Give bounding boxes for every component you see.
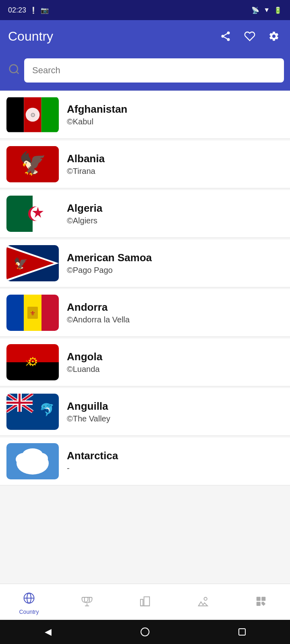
system-nav: ◀ xyxy=(0,620,290,644)
country-capital: ©The Valley xyxy=(67,414,284,423)
flag-afghanistan: ⚙ xyxy=(6,97,59,133)
flag-american-samoa: 🦅 xyxy=(6,245,59,281)
flag-algeria xyxy=(6,196,59,232)
share-button[interactable] xyxy=(218,28,234,44)
country-info: Albania ©Tirana xyxy=(67,153,284,176)
country-name: Albania xyxy=(67,153,284,165)
flag-albania: 🦅 xyxy=(6,146,59,182)
country-info: Antarctica - xyxy=(67,450,284,473)
country-info: American Samoa ©Pago Pago xyxy=(67,252,284,275)
notification-icon: ❕ xyxy=(29,6,37,14)
wifi-icon: ▼ xyxy=(263,6,270,14)
country-capital: ©Algiers xyxy=(67,216,284,225)
svg-rect-51 xyxy=(141,599,143,606)
country-name: Andorra xyxy=(67,301,284,314)
app-title: Country xyxy=(8,29,53,44)
flag-antarctica xyxy=(6,443,59,479)
system-home-button[interactable] xyxy=(141,627,149,636)
country-info: Andorra ©Andorra la Vella xyxy=(67,301,284,324)
svg-rect-41 xyxy=(6,402,33,404)
search-icon xyxy=(8,63,20,78)
buildings-icon xyxy=(139,595,151,610)
svg-point-5 xyxy=(10,65,18,73)
search-container xyxy=(0,52,290,91)
country-capital: ©Kabul xyxy=(67,117,284,126)
svg-point-0 xyxy=(227,31,230,34)
system-back-button[interactable]: ◀ xyxy=(45,627,52,637)
trophy-icon xyxy=(81,595,93,610)
country-capital: ©Tirana xyxy=(67,167,284,176)
list-item[interactable]: ⚙ ⚔ Angola ©Luanda xyxy=(0,339,290,386)
svg-rect-25 xyxy=(41,295,59,331)
nav-item-grid[interactable] xyxy=(232,584,290,620)
battery-icon: 🔋 xyxy=(274,6,282,14)
nav-item-buildings[interactable] xyxy=(116,584,174,620)
svg-text:⚙: ⚙ xyxy=(30,112,35,119)
svg-rect-9 xyxy=(41,97,59,132)
country-capital: - xyxy=(67,464,284,473)
list-item[interactable]: ⚜ Andorra ©Andorra la Vella xyxy=(0,289,290,337)
country-name: Afghanistan xyxy=(67,103,284,116)
nav-label-country: Country xyxy=(19,609,39,615)
country-info: Anguilla ©The Valley xyxy=(67,400,284,423)
svg-rect-59 xyxy=(257,597,261,601)
landscape-icon xyxy=(197,595,209,610)
status-left: 02:23 ❕ 📷 xyxy=(8,6,49,14)
search-input[interactable] xyxy=(24,58,284,83)
svg-rect-23 xyxy=(6,295,24,331)
camera-icon: 📷 xyxy=(41,6,49,14)
svg-text:⚜: ⚜ xyxy=(30,310,35,317)
nav-item-landscape[interactable] xyxy=(174,584,232,620)
country-capital: ©Andorra la Vella xyxy=(67,315,284,324)
country-list: ⚙ Afghanistan ©Kabul 🦅 Albania ©Tirana xyxy=(0,91,290,549)
country-name: Algeria xyxy=(67,202,284,215)
svg-line-6 xyxy=(17,72,19,74)
settings-button[interactable] xyxy=(266,28,282,44)
svg-point-58 xyxy=(204,597,207,601)
flag-andorra: ⚜ xyxy=(6,295,59,331)
country-capital: ©Luanda xyxy=(67,365,284,374)
svg-line-3 xyxy=(224,37,227,39)
list-item[interactable]: 🦅 American Samoa ©Pago Pago xyxy=(0,239,290,287)
svg-text:🦅: 🦅 xyxy=(19,151,47,177)
svg-text:🐬: 🐬 xyxy=(39,402,55,417)
favorite-button[interactable] xyxy=(242,28,258,44)
time: 02:23 xyxy=(8,6,26,14)
nav-item-trophy[interactable] xyxy=(58,584,116,620)
country-capital: ©Pago Pago xyxy=(67,266,284,275)
svg-rect-60 xyxy=(261,597,265,601)
svg-rect-7 xyxy=(6,97,24,132)
svg-point-47 xyxy=(23,448,43,460)
list-item[interactable]: Antarctica - xyxy=(0,438,290,485)
list-item[interactable]: 🐬 Anguilla ©The Valley xyxy=(0,388,290,436)
app-bar-icons xyxy=(218,28,282,44)
country-name: Angola xyxy=(67,351,284,363)
grid-icon xyxy=(255,595,267,610)
svg-rect-52 xyxy=(144,597,150,606)
svg-line-4 xyxy=(224,34,227,36)
app-bar: Country xyxy=(0,20,290,52)
svg-point-2 xyxy=(227,38,230,41)
country-info: Angola ©Luanda xyxy=(67,351,284,374)
svg-text:⚔: ⚔ xyxy=(25,359,32,367)
list-item[interactable]: ⚙ Afghanistan ©Kabul xyxy=(0,91,290,139)
flag-angola: ⚙ ⚔ xyxy=(6,344,59,380)
list-item[interactable]: Algeria ©Algiers xyxy=(0,190,290,238)
list-item[interactable]: 🦅 Albania ©Tirana xyxy=(0,140,290,188)
country-name: Antarctica xyxy=(67,450,284,462)
country-info: Afghanistan ©Kabul xyxy=(67,103,284,126)
nav-item-country[interactable]: Country xyxy=(0,584,58,620)
svg-text:🦅: 🦅 xyxy=(14,257,28,270)
svg-rect-61 xyxy=(257,602,261,606)
status-right: 📡 ▼ 🔋 xyxy=(251,6,282,14)
status-bar: 02:23 ❕ 📷 📡 ▼ 🔋 xyxy=(0,0,290,20)
country-info: Algeria ©Algiers xyxy=(67,202,284,225)
cast-icon: 📡 xyxy=(251,6,259,14)
country-name: Anguilla xyxy=(67,400,284,413)
country-name: American Samoa xyxy=(67,252,284,264)
svg-point-1 xyxy=(222,35,224,38)
flag-anguilla: 🐬 xyxy=(6,394,59,430)
system-recent-button[interactable] xyxy=(238,628,246,636)
globe-icon xyxy=(23,592,35,607)
bottom-nav: Country xyxy=(0,584,290,620)
